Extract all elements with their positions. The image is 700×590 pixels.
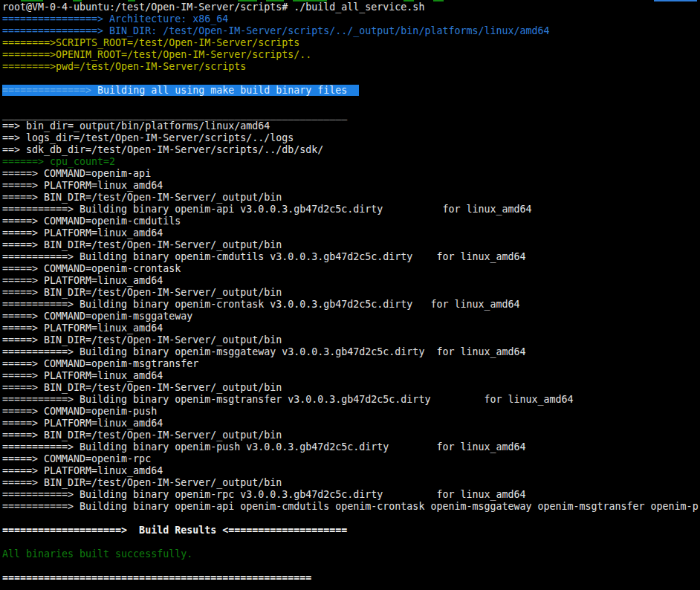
terminal-line: ==============> Building all using make … (2, 85, 700, 97)
terminal-line: ________________________________________… (2, 108, 700, 120)
terminal-line: root@VM-0-4-ubuntu:/test/Open-IM-Server/… (2, 1, 700, 13)
terminal-line: =====> PLATFORM=linux_amd64 (2, 227, 700, 239)
terminal-line: ========>SCRIPTS_ROOT=/test/Open-IM-Serv… (2, 37, 700, 49)
terminal-line: ===========> Building binary openim-push… (2, 441, 700, 453)
terminal-line: ===========> Building binary openim-api … (2, 204, 700, 215)
terminal-line: ======> cpu_count=2 (2, 156, 700, 168)
terminal-line (2, 536, 700, 548)
terminal-line: ========>OPENIM_ROOT=/test/Open-IM-Serve… (2, 49, 700, 61)
terminal-line: =====> PLATFORM=linux_amd64 (2, 370, 700, 382)
terminal-line: =====> COMMAND=openim-msggateway (2, 311, 700, 322)
terminal-line: =====> BIN_DIR=/test/Open-IM-Server/_out… (2, 477, 700, 489)
terminal-line: =====> BIN_DIR=/test/Open-IM-Server/_out… (2, 192, 700, 204)
terminal-line: =====> PLATFORM=linux_amd64 (2, 465, 700, 477)
terminal-line: ==> sdk_db_dir=/test/Open-IM-Server/scri… (2, 144, 700, 156)
terminal-line: =====> COMMAND=openim-rpc (2, 453, 700, 465)
terminal-line: ===========> Building binary openim-msgt… (2, 394, 700, 406)
terminal-line: ================> BIN_DIR: /test/Open-IM… (2, 25, 700, 37)
terminal-line (2, 97, 700, 108)
terminal-line: ====================> Build Results <===… (2, 525, 700, 536)
terminal-line: ===========> Building binary openim-api … (2, 501, 700, 513)
terminal-line: =====> COMMAND=openim-push (2, 406, 700, 418)
terminal-window[interactable]: root@VM-0-4-ubuntu:/test/Open-IM-Server/… (0, 0, 700, 590)
terminal-line: All binaries built successfully. (2, 548, 700, 560)
terminal-line: =====> BIN_DIR=/test/Open-IM-Server/_out… (2, 429, 700, 441)
terminal-line: =====> COMMAND=openim-crontask (2, 263, 700, 275)
terminal-line: =====> COMMAND=openim-msgtransfer (2, 358, 700, 370)
terminal-line: ===========> Building binary openim-msgg… (2, 346, 700, 358)
terminal-line: =====> BIN_DIR=/test/Open-IM-Server/_out… (2, 287, 700, 299)
terminal-line: ===========> Building binary openim-rpc … (2, 489, 700, 501)
terminal-output: root@VM-0-4-ubuntu:/test/Open-IM-Server/… (2, 1, 700, 584)
terminal-line: =====> PLATFORM=linux_amd64 (2, 275, 700, 287)
terminal-line (2, 513, 700, 525)
terminal-line: =====> COMMAND=openim-cmdutils (2, 215, 700, 227)
terminal-line (2, 560, 700, 572)
terminal-line: =====> PLATFORM=linux_amd64 (2, 418, 700, 429)
terminal-line: =====> PLATFORM=linux_amd64 (2, 322, 700, 334)
terminal-line: =====> BIN_DIR=/test/Open-IM-Server/_out… (2, 334, 700, 346)
terminal-line: =====> BIN_DIR=/test/Open-IM-Server/_out… (2, 382, 700, 394)
terminal-line: =====> PLATFORM=linux_amd64 (2, 180, 700, 192)
terminal-line: =====> COMMAND=openim-api (2, 168, 700, 180)
terminal-line: ================> Architecture: x86_64 (2, 13, 700, 25)
terminal-line: ===========> Building binary openim-cron… (2, 299, 700, 311)
terminal-line: ===========> Building binary openim-cmdu… (2, 251, 700, 263)
terminal-line: ==> bin_dir=_output/bin/platforms/linux/… (2, 120, 700, 132)
terminal-line: =====> BIN_DIR=/test/Open-IM-Server/_out… (2, 239, 700, 251)
terminal-line: ========================================… (2, 572, 700, 584)
terminal-line (2, 73, 700, 85)
terminal-line: ========>pwd=/test/Open-IM-Server/script… (2, 61, 700, 73)
terminal-line: ==> logs_dir=/test/Open-IM-Server/script… (2, 132, 700, 144)
